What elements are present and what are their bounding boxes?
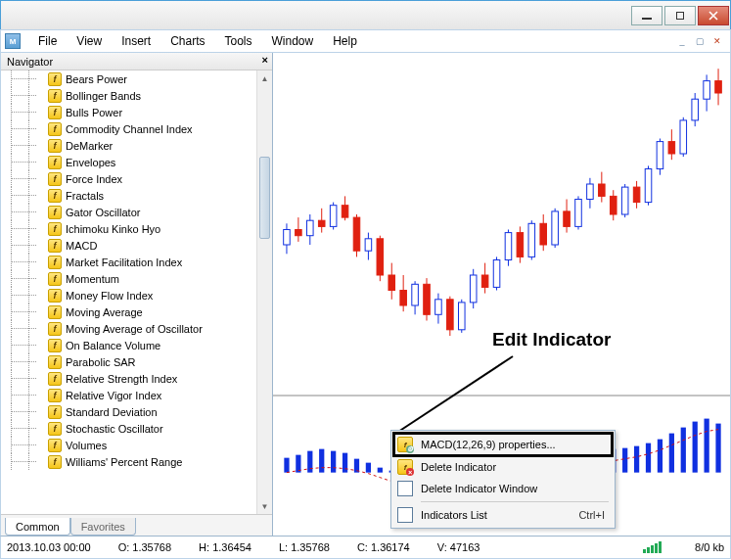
ctx-properties[interactable]: f⚙ MACD(12,26,9) properties... (392, 432, 614, 457)
menu-charts[interactable]: Charts (160, 31, 214, 51)
ctx-indicators-list-label: Indicators List (421, 509, 487, 521)
ctx-delete-indicator-label: Delete Indicator (421, 461, 496, 473)
menu-window[interactable]: Window (262, 31, 324, 51)
status-high: H: 1.36454 (199, 541, 251, 553)
navigator-panel: Navigator × fBears PowerfBollinger Bands… (1, 53, 273, 536)
svg-rect-3 (296, 230, 302, 236)
scroll-down-icon[interactable]: ▼ (257, 498, 272, 514)
scroll-thumb[interactable] (259, 157, 270, 239)
window-minimize-button[interactable] (631, 6, 662, 25)
indicator-item[interactable]: fStochastic Oscillator (1, 420, 256, 437)
indicator-item[interactable]: fFractals (1, 187, 256, 204)
indicator-label: Relative Strength Index (66, 373, 177, 385)
menu-insert[interactable]: Insert (112, 31, 160, 51)
indicator-item[interactable]: fMoving Average of Oscillator (1, 320, 256, 337)
navigator-scrollbar[interactable]: ▲ ▼ (256, 70, 272, 514)
fx-icon: f (48, 189, 62, 203)
fx-icon: f (48, 122, 62, 136)
scroll-up-icon[interactable]: ▲ (257, 70, 272, 86)
indicator-label: Commodity Channel Index (66, 123, 193, 135)
menu-tools[interactable]: Tools (215, 31, 262, 51)
mdi-close-button[interactable]: ✕ (710, 34, 724, 48)
svg-rect-39 (505, 233, 512, 260)
status-low: L: 1.35768 (279, 541, 330, 553)
svg-rect-51 (575, 200, 582, 227)
indicator-item[interactable]: fParabolic SAR (1, 353, 256, 370)
svg-rect-81 (331, 451, 336, 473)
svg-rect-59 (621, 187, 628, 214)
fx-icon: f (48, 206, 62, 219)
menu-view[interactable]: View (67, 31, 112, 51)
indicator-item[interactable]: fOn Balance Volume (1, 337, 256, 353)
svg-rect-110 (669, 434, 674, 473)
svg-rect-63 (645, 169, 652, 203)
mdi-minimize-button[interactable]: _ (675, 34, 689, 48)
indicator-item[interactable]: fBulls Power (1, 104, 256, 120)
indicator-label: Relative Vigor Index (66, 390, 161, 401)
indicator-item[interactable]: fMoving Average (1, 303, 256, 320)
fx-icon: f (48, 72, 62, 86)
indicator-item[interactable]: fVolumes (1, 437, 256, 453)
indicator-item[interactable]: fMarket Facilitation Index (1, 254, 256, 270)
ctx-indicators-list[interactable]: Indicators List Ctrl+I (393, 504, 613, 526)
svg-rect-55 (599, 184, 606, 196)
fx-icon: f (48, 422, 62, 436)
ctx-delete-window[interactable]: Delete Indicator Window (393, 478, 613, 499)
indicator-label: Ichimoku Kinko Hyo (66, 223, 160, 235)
svg-rect-106 (622, 448, 627, 473)
indicator-item[interactable]: fDeMarker (1, 137, 256, 154)
indicator-item[interactable]: fForce Index (1, 170, 256, 187)
svg-rect-112 (693, 422, 698, 473)
indicator-item[interactable]: fStandard Deviation (1, 403, 256, 420)
svg-rect-31 (458, 303, 465, 330)
chart-area[interactable]: Edit Indicator f⚙ MACD(12,26,9) properti… (273, 53, 730, 536)
navigator-tree[interactable]: fBears PowerfBollinger BandsfBulls Power… (1, 70, 272, 514)
navigator-close-button[interactable]: × (262, 54, 268, 66)
indicator-item[interactable]: fWilliams' Percent Range (1, 453, 256, 470)
indicator-item[interactable]: fCommodity Channel Index (1, 120, 256, 137)
svg-rect-33 (470, 275, 477, 303)
indicator-item[interactable]: fMACD (1, 237, 256, 254)
window-titlebar (0, 0, 731, 29)
window-maximize-button[interactable] (664, 6, 696, 25)
menu-file[interactable]: File (28, 31, 67, 51)
indicator-label: MACD (66, 240, 97, 252)
fx-icon: f (48, 89, 62, 103)
mdi-restore-button[interactable]: ▢ (693, 34, 707, 48)
menu-help[interactable]: Help (323, 31, 367, 51)
indicator-item[interactable]: fRelative Vigor Index (1, 387, 256, 403)
indicator-item[interactable]: fMoney Flow Index (1, 287, 256, 303)
svg-rect-84 (366, 463, 371, 473)
indicator-item[interactable]: fRelative Strength Index (1, 370, 256, 387)
fx-icon: f (48, 305, 62, 319)
indicator-item[interactable]: fMomentum (1, 270, 256, 287)
indicator-item[interactable]: fBears Power (1, 70, 256, 87)
svg-rect-73 (704, 81, 710, 100)
svg-rect-108 (646, 443, 651, 473)
tab-favorites[interactable]: Favorites (70, 518, 136, 536)
svg-rect-114 (715, 424, 720, 473)
fx-gear-icon: f⚙ (397, 437, 413, 452)
indicator-label: Standard Deviation (66, 406, 158, 418)
svg-rect-71 (692, 99, 699, 120)
indicator-item[interactable]: fBollinger Bands (1, 87, 256, 104)
navigator-title-label: Navigator (7, 56, 53, 68)
indicator-label: Market Facilitation Index (66, 257, 182, 268)
indicator-item[interactable]: fIchimoku Kinko Hyo (1, 220, 256, 237)
svg-rect-41 (517, 233, 524, 257)
indicator-item[interactable]: fEnvelopes (1, 154, 256, 170)
svg-rect-23 (412, 284, 419, 305)
svg-rect-109 (658, 440, 662, 473)
ctx-delete-indicator[interactable]: f× Delete Indicator (393, 456, 613, 478)
window-close-button[interactable] (698, 6, 729, 25)
indicator-label: Momentum (66, 273, 119, 285)
indicator-label: Stochastic Oscillator (66, 423, 163, 435)
indicator-item[interactable]: fGator Oscillator (1, 204, 256, 220)
status-close: C: 1.36174 (357, 541, 410, 553)
svg-rect-11 (342, 206, 348, 217)
fx-icon: f (48, 372, 62, 386)
tab-common[interactable]: Common (5, 518, 70, 536)
fx-icon: f (48, 156, 62, 169)
fx-icon: f (48, 439, 62, 452)
status-date: 2013.10.03 00:00 (7, 541, 91, 553)
